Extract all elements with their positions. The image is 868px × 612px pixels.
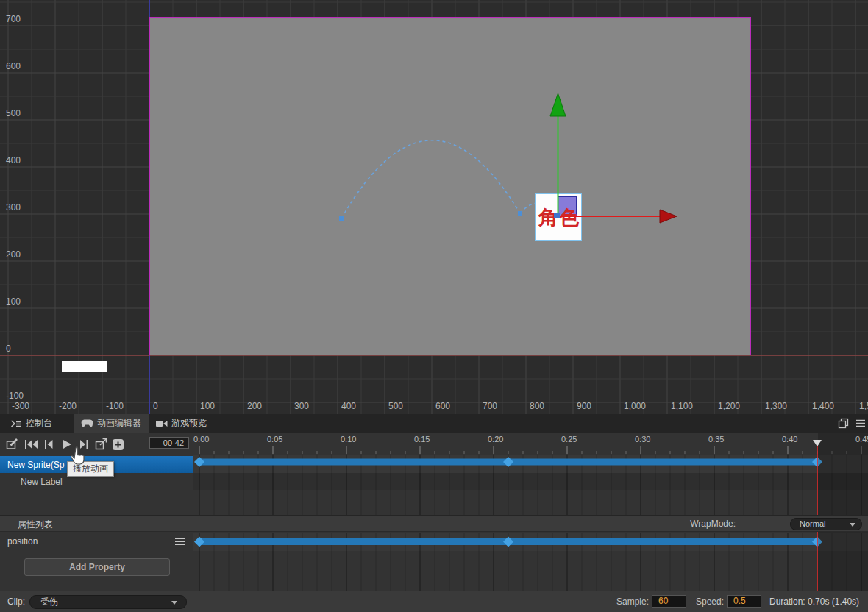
ruler-label: 0:10 — [341, 435, 356, 444]
app-window: -300-200-1000100200300400500600700800900… — [0, 0, 868, 612]
ruler-label: 0:30 — [635, 435, 650, 444]
ruler-label: 0:20 — [488, 435, 503, 444]
speed-field[interactable]: 0.5 — [727, 595, 761, 608]
property-menu-icon[interactable] — [175, 538, 185, 546]
hand-cursor — [68, 446, 88, 468]
clip-value: 受伤 — [40, 597, 58, 607]
tab-game-preview-label: 游戏预览 — [171, 417, 207, 430]
property-row-position[interactable]: position — [0, 533, 193, 550]
tab-console[interactable]: 控制台 — [3, 414, 60, 433]
console-icon — [10, 419, 22, 428]
path-keyframe-marker — [339, 216, 344, 221]
camera-icon — [156, 420, 168, 427]
wrapmode-value: Normal — [800, 519, 825, 528]
wrapmode-dropdown[interactable]: Normal — [790, 518, 862, 530]
ruler-label: 0:45 — [855, 435, 868, 444]
timeline-ruler[interactable]: 0:000:050:100:150:200:250:300:350:400:45 — [0, 433, 868, 455]
properties-header-bar: 属性列表 WrapMode: Normal — [0, 515, 868, 532]
speed-label: Speed: — [696, 597, 724, 607]
motion-path — [0, 0, 868, 414]
node-row-label-label: New Label — [21, 477, 63, 487]
float-panel-icon[interactable] — [838, 418, 849, 429]
clip-label: Clip: — [7, 597, 25, 607]
tab-animation-editor[interactable]: 动画编辑器 — [74, 414, 149, 433]
panel-tab-bar: 控制台 动画编辑器 游戏预览 — [0, 414, 868, 433]
wrapmode-label: WrapMode: — [690, 519, 736, 529]
sample-field[interactable]: 60 — [652, 595, 686, 608]
chevron-down-icon — [171, 601, 177, 605]
path-keyframe-marker — [518, 211, 522, 216]
bottom-panel: 控制台 动画编辑器 游戏预览 — [0, 414, 868, 612]
node-row-sprite-label: New Sprite(Sp — [7, 460, 64, 470]
chevron-down-icon — [850, 523, 855, 527]
gamepad-icon — [81, 419, 93, 427]
tab-console-label: 控制台 — [26, 417, 52, 430]
add-property-button[interactable]: Add Property — [24, 558, 170, 576]
scene-view[interactable]: -300-200-1000100200300400500600700800900… — [0, 0, 868, 414]
ruler-label: 0:05 — [267, 435, 282, 444]
ruler-label: 0:40 — [782, 435, 797, 444]
sprite-label: 角色 — [536, 204, 582, 231]
panel-menu-icon[interactable] — [856, 418, 865, 429]
footer-bar: Clip: 受伤 Sample: 60 Speed: 0.5 Duration:… — [0, 591, 868, 612]
ruler-label: 0:25 — [561, 435, 577, 444]
sample-label: Sample: — [616, 597, 649, 607]
duration-text: Duration: 0.70s (1.40s) — [769, 597, 859, 607]
property-row-position-label: position — [7, 536, 38, 547]
clip-dropdown[interactable]: 受伤 — [29, 595, 187, 609]
ruler-label: 0:00 — [193, 435, 209, 444]
tab-game-preview[interactable]: 游戏预览 — [149, 414, 214, 433]
sprite-node[interactable]: 角色 — [535, 193, 582, 241]
label-node-rect — [62, 361, 107, 372]
ruler-label: 0:35 — [708, 435, 724, 444]
divider — [0, 455, 868, 455]
tab-animation-editor-label: 动画编辑器 — [97, 417, 141, 430]
properties-header-title: 属性列表 — [18, 519, 53, 531]
ruler-label: 0:15 — [414, 435, 430, 444]
